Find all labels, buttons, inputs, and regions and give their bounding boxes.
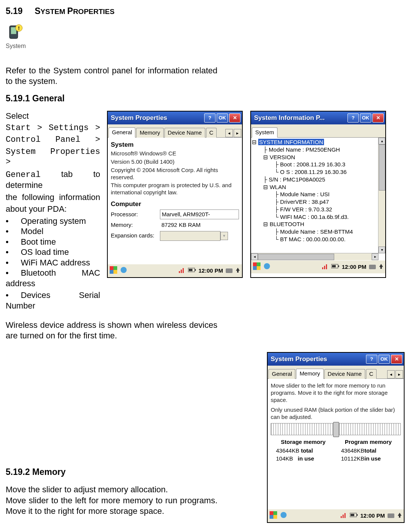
tree-sn: S/N : PMC1P08A0025 bbox=[269, 176, 325, 183]
tab-general[interactable]: General bbox=[109, 127, 135, 138]
tab-more-mem[interactable]: C bbox=[366, 369, 377, 379]
intro-paragraph: Refer to the System control panel for in… bbox=[6, 65, 217, 86]
tab-nav-left-mem[interactable]: ◂ bbox=[387, 370, 395, 378]
scroll-up-icon[interactable]: ▴ bbox=[378, 138, 385, 144]
vertical-scrollbar[interactable]: ▴ ▾ bbox=[378, 138, 385, 253]
up-arrow-icon-2[interactable] bbox=[378, 263, 384, 271]
mem-desc1: Move slider to the left for more memory … bbox=[271, 382, 401, 403]
svg-rect-27 bbox=[369, 265, 376, 269]
titlebar-mem[interactable]: System Properties ? OK ✕ bbox=[268, 353, 404, 366]
ok-button[interactable]: OK bbox=[217, 113, 228, 123]
tray-icon-1[interactable] bbox=[120, 266, 127, 276]
scroll-right-icon[interactable]: ▸ bbox=[372, 253, 378, 260]
svg-rect-25 bbox=[338, 265, 339, 267]
svg-rect-14 bbox=[189, 269, 192, 271]
bullet-dev-a: Devices bbox=[21, 290, 50, 300]
bullet-dev-b: Serial bbox=[79, 290, 100, 300]
help-button-sysinfo[interactable]: ? bbox=[347, 113, 359, 123]
svg-rect-21 bbox=[322, 267, 323, 269]
horizontal-scrollbar[interactable]: ◂ ▸ bbox=[251, 253, 378, 260]
bullet-bt-c: address bbox=[6, 278, 100, 289]
up-arrow-icon-3[interactable] bbox=[397, 512, 402, 520]
tab-device-name-mem[interactable]: Device Name bbox=[324, 369, 365, 379]
svg-rect-31 bbox=[273, 515, 277, 519]
section-number: 5.19 bbox=[6, 6, 23, 16]
start-icon[interactable] bbox=[109, 266, 118, 276]
help-button-mem[interactable]: ? bbox=[366, 355, 377, 364]
processor-value: Marvell, ARM920T- bbox=[160, 209, 239, 219]
svg-point-20 bbox=[264, 263, 270, 269]
up-arrow-icon[interactable] bbox=[235, 267, 240, 275]
svg-rect-39 bbox=[388, 513, 394, 518]
path-line-2: Control Panel > bbox=[6, 135, 100, 145]
tree-bt[interactable]: BLUETOOTH bbox=[270, 221, 304, 227]
close-button[interactable]: ✕ bbox=[229, 113, 240, 123]
bullet-wifi: •WiFi MAC address bbox=[6, 257, 100, 268]
taskbar-mem[interactable]: 12:00 PM bbox=[268, 509, 404, 522]
taskbar-sysprops[interactable]: 12:00 PM bbox=[108, 264, 242, 277]
tree-root[interactable]: SYSTEM INFORMATION bbox=[258, 139, 324, 145]
window-memory: System Properties ? OK ✕ General Memory … bbox=[267, 352, 405, 523]
bullet-boot: •Boot time bbox=[6, 237, 100, 247]
memory-slider[interactable] bbox=[271, 423, 401, 435]
svg-rect-13 bbox=[195, 269, 196, 271]
tab-device-name[interactable]: Device Name bbox=[164, 128, 205, 138]
ok-button-mem[interactable]: OK bbox=[378, 355, 390, 364]
subheading-memory: 5.19.2 Memory bbox=[6, 467, 256, 478]
svg-rect-38 bbox=[350, 514, 354, 516]
heading-system: System bbox=[111, 141, 239, 149]
scroll-left-icon[interactable]: ◂ bbox=[251, 253, 258, 260]
battery-icon bbox=[188, 267, 196, 275]
tree-version[interactable]: VERSION bbox=[270, 154, 295, 160]
tree-boot: Boot : 2008.11.29 16.30.3 bbox=[280, 161, 346, 168]
titlebar-sysprops[interactable]: System Properties ? OK ✕ bbox=[108, 112, 242, 124]
bullet-model: •Model bbox=[6, 226, 100, 237]
close-button-mem[interactable]: ✕ bbox=[391, 355, 402, 364]
mem-p1: Move the slider to adjust memory allocat… bbox=[6, 484, 256, 495]
tab-more[interactable]: C bbox=[206, 128, 217, 138]
sysinfo-tree[interactable]: ⊟ SYSTEM INFORMATION ├ Model Name : PM25… bbox=[251, 138, 385, 260]
tab-nav-right[interactable]: ▸ bbox=[234, 129, 241, 137]
bullet-bt-row: •Bluetooth MAC bbox=[6, 268, 100, 278]
help-button[interactable]: ? bbox=[204, 113, 216, 123]
start-icon-2[interactable] bbox=[253, 262, 261, 272]
title-rest-2: ROPERTIES bbox=[73, 8, 115, 16]
memory-slider-thumb[interactable] bbox=[333, 422, 339, 437]
svg-rect-30 bbox=[270, 515, 273, 519]
svg-rect-17 bbox=[257, 262, 260, 266]
tray-icon-2[interactable] bbox=[263, 262, 271, 272]
tab-memory[interactable]: Memory bbox=[136, 128, 163, 138]
keyboard-icon[interactable] bbox=[225, 267, 233, 275]
tabstrip-sysprops: General Memory Device Name C ◂ ▸ bbox=[108, 124, 242, 138]
titlebar-sysinfo[interactable]: System Information P... ? OK ✕ bbox=[251, 112, 385, 124]
expansion-value[interactable] bbox=[160, 231, 220, 241]
start-icon-3[interactable] bbox=[269, 511, 278, 521]
tab-general-mem[interactable]: General bbox=[268, 369, 295, 379]
taskbar-sysinfo[interactable]: 12:00 PM bbox=[251, 260, 385, 273]
tree-wlan[interactable]: WLAN bbox=[270, 184, 286, 190]
scroll-h-thumb[interactable] bbox=[258, 254, 334, 260]
title-sysprops: System Properties bbox=[109, 114, 203, 122]
tab-nav-left[interactable]: ◂ bbox=[225, 129, 233, 137]
scroll-v-thumb[interactable] bbox=[379, 144, 385, 191]
svg-rect-10 bbox=[181, 270, 182, 273]
tree-bt-mac: BT MAC : 00.00.00.00.00. bbox=[280, 236, 346, 242]
tab-nav-right-mem[interactable]: ▸ bbox=[395, 370, 403, 378]
ok-button-sysinfo[interactable]: OK bbox=[360, 113, 371, 123]
scroll-down-icon[interactable]: ▾ bbox=[378, 247, 385, 253]
bullet-dev-c: Number bbox=[6, 301, 100, 311]
svg-rect-7 bbox=[113, 270, 117, 274]
keyboard-icon-3[interactable] bbox=[387, 512, 395, 520]
expansion-dropdown-icon[interactable]: ▾ bbox=[220, 232, 228, 240]
tab-memory-mem[interactable]: Memory bbox=[296, 369, 323, 379]
close-button-sysinfo[interactable]: ✕ bbox=[372, 113, 384, 123]
keyboard-icon-2[interactable] bbox=[369, 263, 376, 271]
svg-rect-26 bbox=[332, 265, 336, 267]
processor-label: Processor: bbox=[111, 211, 160, 218]
svg-rect-34 bbox=[343, 515, 344, 518]
tab-system-sysinfo[interactable]: System bbox=[252, 127, 278, 138]
line-6: about your PDA: bbox=[6, 204, 100, 214]
program-total-lbl: total bbox=[364, 447, 377, 454]
tray-icon-3[interactable] bbox=[280, 511, 287, 521]
system-icon-block: ! System bbox=[6, 24, 405, 51]
